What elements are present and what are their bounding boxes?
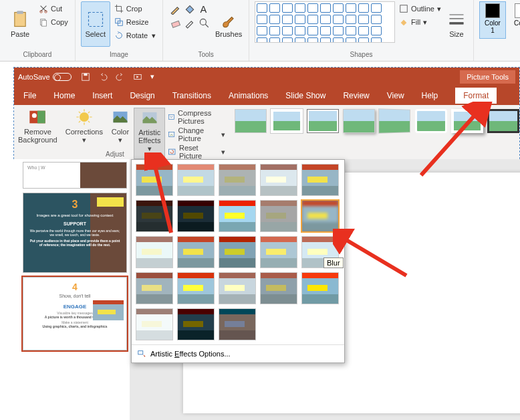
brushes-button[interactable]: Brushes [214, 1, 243, 47]
effect-item[interactable] [219, 308, 256, 340]
compress-icon [168, 112, 175, 122]
tab-home[interactable]: Home [53, 91, 75, 100]
text-icon[interactable]: A [198, 3, 210, 15]
size-button[interactable]: Size [445, 1, 468, 47]
blur-tooltip: Blur [323, 257, 344, 268]
autosave-toggle[interactable]: AutoSave [18, 73, 72, 81]
color1-button[interactable]: Color 1 [479, 1, 506, 39]
effect-item[interactable] [136, 272, 173, 304]
effect-none[interactable] [136, 164, 173, 196]
tab-file[interactable]: File [23, 91, 36, 100]
effect-item[interactable] [260, 272, 297, 304]
tab-insert[interactable]: Insert [92, 91, 112, 100]
fill-button[interactable]: Fill▾ [398, 16, 442, 28]
slide-thumbnails[interactable]: Who | W 12 ★ 3 Images are a great tool f… [13, 159, 130, 420]
tab-animations[interactable]: Animations [229, 91, 268, 100]
rotate-button[interactable]: Rotate▾ [113, 29, 157, 41]
effect-item[interactable] [177, 236, 215, 268]
style-item[interactable] [415, 109, 447, 133]
tab-format[interactable]: Format [455, 88, 497, 104]
style-item[interactable] [378, 108, 410, 134]
size-icon [447, 10, 466, 29]
brush-icon [219, 10, 238, 29]
change-icon [168, 130, 175, 139]
artistic-effects-button[interactable]: Artistic Effects▾ [134, 108, 165, 159]
tab-slideshow[interactable]: Slide Show [285, 91, 326, 100]
copy-button[interactable]: Copy [37, 16, 70, 28]
thumb-13[interactable]: 4 Show, don't tell ENGAGE Visualize key … [23, 277, 127, 350]
zoom-icon[interactable] [198, 17, 210, 29]
group-clipboard: Paste Cut Copy Clipboard [0, 0, 76, 61]
picker-icon[interactable] [184, 17, 196, 29]
picture-styles-gallery[interactable] [235, 108, 519, 159]
save-icon[interactable] [81, 72, 90, 82]
tab-view[interactable]: View [387, 91, 404, 100]
svg-rect-0 [15, 13, 25, 27]
svg-point-26 [144, 356, 146, 357]
effect-item[interactable] [219, 272, 256, 304]
outline-icon [399, 4, 408, 13]
style-item[interactable] [271, 109, 303, 133]
shapes-gallery[interactable]: for(let i=0;i<40;i++)document.write('<di… [255, 1, 395, 43]
redo-icon[interactable] [116, 72, 125, 82]
effect-item[interactable] [136, 308, 173, 340]
effect-item[interactable] [177, 272, 215, 304]
paint-ribbon: Paste Cut Copy Clipboard Select Crop Res… [0, 0, 520, 62]
corrections-button[interactable]: Corrections▾ [61, 108, 107, 159]
svg-rect-6 [88, 13, 102, 27]
crop-button[interactable]: Crop [113, 3, 157, 15]
color2-button[interactable]: Color 2 [509, 1, 520, 39]
tab-transitions[interactable]: Transitions [172, 91, 211, 100]
svg-rect-10 [172, 21, 180, 27]
tool-palette[interactable]: A [168, 1, 211, 30]
effect-item[interactable] [177, 308, 215, 340]
style-item-selected[interactable] [487, 109, 519, 133]
adjust-group-label: Adjust [106, 150, 124, 158]
image-group-label: Image [81, 51, 157, 60]
tab-design[interactable]: Design [130, 91, 154, 100]
tools-group-label: Tools [168, 51, 243, 60]
tab-review[interactable]: Review [343, 91, 369, 100]
effect-item[interactable] [260, 236, 297, 268]
effect-item[interactable] [260, 200, 297, 232]
select-button[interactable]: Select [81, 1, 110, 47]
effect-item[interactable] [219, 236, 256, 268]
undo-icon[interactable] [98, 72, 108, 82]
thumb-12[interactable]: 3 Images are a great tool for showing co… [23, 193, 127, 273]
paste-button[interactable]: Paste [5, 1, 35, 47]
outline-button[interactable]: Outline▾ [398, 3, 442, 15]
resize-button[interactable]: Resize [113, 16, 157, 28]
tab-help[interactable]: Help [422, 91, 438, 100]
corrections-icon [75, 108, 94, 126]
cut-button[interactable]: Cut [37, 3, 70, 15]
format-ribbon: Remove Background Corrections▾ Color▾ Ar… [14, 105, 519, 160]
style-item[interactable] [235, 109, 267, 133]
effect-item[interactable] [219, 200, 256, 232]
effect-item[interactable] [136, 200, 173, 232]
change-picture-button[interactable]: Change Picture▾ [168, 126, 225, 142]
pencil-icon[interactable] [170, 3, 182, 15]
effect-blur[interactable] [301, 200, 339, 232]
fill-icon[interactable] [184, 3, 196, 15]
start-icon[interactable] [133, 72, 142, 82]
eraser-icon[interactable] [170, 17, 182, 29]
select-label: Select [85, 30, 106, 38]
style-item[interactable] [307, 109, 339, 133]
compress-button[interactable]: Compress Pictures [168, 109, 225, 125]
group-tools: A Brushes Tools [163, 0, 249, 61]
effects-options-button[interactable]: Artistic Effects Options... [132, 344, 344, 362]
effect-item[interactable] [301, 164, 339, 196]
style-item[interactable] [451, 109, 483, 133]
effect-item[interactable] [219, 164, 256, 196]
reset-picture-button[interactable]: Reset Picture▾ [168, 144, 225, 160]
effect-item[interactable] [177, 164, 215, 196]
effect-item[interactable] [260, 164, 297, 196]
effect-item[interactable] [136, 236, 173, 268]
style-item[interactable] [343, 109, 375, 133]
remove-bg-button[interactable]: Remove Background [14, 108, 61, 159]
size-label: Size [449, 30, 463, 38]
effect-item[interactable] [177, 200, 215, 232]
thumb-11[interactable]: Who | W [23, 162, 127, 189]
effect-item[interactable] [301, 272, 339, 304]
select-icon [86, 10, 105, 29]
